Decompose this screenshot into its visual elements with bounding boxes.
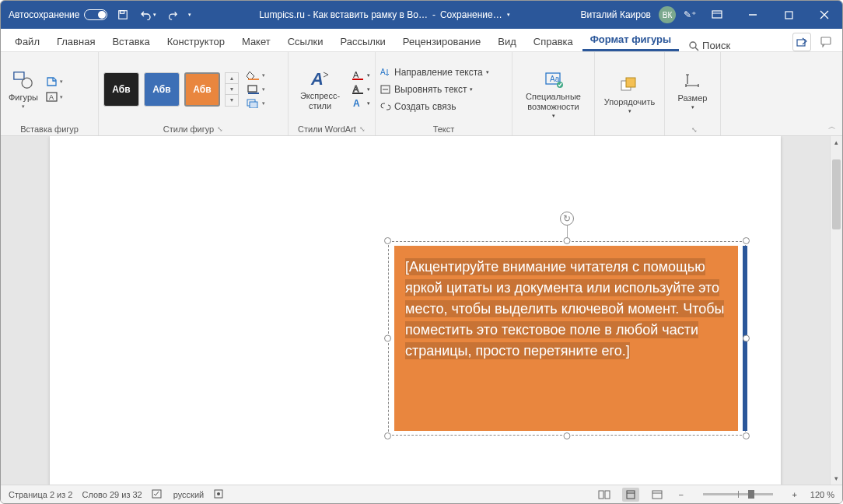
style-swatch-blue[interactable]: Абв [144, 72, 180, 107]
text-direction-button[interactable]: AНаправление текста▾ [380, 65, 489, 79]
shape-fill-button[interactable]: ▾ [247, 71, 265, 80]
page-indicator[interactable]: Страница 2 из 2 [9, 490, 72, 499]
handle-bottom[interactable] [564, 432, 571, 439]
handle-top-left[interactable] [384, 237, 391, 244]
scroll-up-icon[interactable]: ▴ [831, 136, 842, 149]
style-swatch-orange[interactable]: Абв [184, 72, 220, 107]
accessibility-button[interactable]: Aa Специальные возможности▾ [517, 68, 589, 118]
wordart-quick-styles-button[interactable]: A Экспресс-стили [293, 68, 347, 110]
comments-button[interactable] [817, 33, 836, 51]
tab-references[interactable]: Ссылки [280, 31, 331, 51]
dialog-launcher-icon[interactable]: ⤡ [359, 125, 366, 133]
zoom-thumb[interactable] [748, 490, 754, 499]
handle-bottom-left[interactable] [384, 432, 391, 439]
scrollbar-thumb[interactable] [832, 159, 841, 229]
zoom-out-button[interactable]: − [675, 490, 687, 499]
fill-icon [247, 71, 261, 80]
redo-button[interactable] [163, 5, 182, 24]
shape-text[interactable]: [Акцентируйте внимание читателя с помощь… [405, 257, 727, 362]
handle-top[interactable] [564, 237, 571, 244]
text-effects-button[interactable]: A▾ [352, 99, 370, 108]
handle-bottom-right[interactable] [743, 432, 750, 439]
scroll-down-icon[interactable]: ▾ [831, 472, 842, 485]
tab-view[interactable]: Вид [490, 31, 524, 51]
undo-button[interactable]: ▾ [138, 5, 157, 24]
tab-layout[interactable]: Макет [234, 31, 278, 51]
read-mode-button[interactable] [596, 488, 613, 502]
word-count[interactable]: Слово 29 из 32 [82, 490, 142, 499]
document-workspace: ↻ [Акцентируйте внимание читателя с помо… [1, 136, 842, 485]
document-page[interactable]: ↻ [Акцентируйте внимание читателя с помо… [50, 136, 781, 485]
user-name[interactable]: Виталий Каиров [577, 9, 654, 20]
collapse-ribbon-button[interactable]: ︿ [828, 121, 836, 132]
zoom-slider[interactable] [703, 493, 773, 495]
group-label-wordart: Стили WordArt [298, 124, 356, 134]
ribbon-display-button[interactable] [699, 1, 735, 29]
dialog-launcher-icon[interactable]: ⤡ [691, 126, 698, 134]
macro-record-icon[interactable] [213, 488, 224, 501]
maximize-button[interactable] [771, 1, 806, 29]
gallery-scroll-buttons[interactable]: ▴▾▾ [225, 72, 239, 107]
shape-outline-button[interactable]: ▾ [247, 85, 265, 94]
title-bar: Автосохранение ▾ ▾ Lumpics.ru - Как вста… [1, 1, 842, 29]
svg-rect-4 [785, 12, 792, 19]
style-swatch-dark[interactable]: Абв [103, 72, 139, 107]
svg-rect-16 [248, 86, 257, 92]
shape-body[interactable]: [Акцентируйте внимание читателя с помощь… [394, 246, 738, 431]
status-bar: Страница 2 из 2 Слово 29 из 32 русский −… [1, 485, 842, 503]
handle-right[interactable] [743, 335, 750, 342]
effects-icon [247, 99, 261, 108]
text-box-button[interactable]: A▾ [46, 92, 63, 103]
tab-file[interactable]: Файл [7, 31, 47, 51]
shapes-gallery-button[interactable]: Фигуры ▾ [5, 69, 41, 110]
link-icon [380, 102, 391, 111]
tab-shape-format[interactable]: Формат фигуры [582, 29, 679, 51]
handle-left[interactable] [384, 335, 391, 342]
selected-textbox-shape[interactable]: ↻ [Акцентируйте внимание читателя с помо… [388, 241, 746, 436]
arrange-button[interactable]: Упорядочить▾ [601, 74, 658, 114]
shape-effects-button[interactable]: ▾ [247, 99, 265, 108]
edit-shape-button[interactable]: ▾ [46, 76, 63, 87]
size-icon [682, 70, 704, 92]
svg-rect-9 [797, 40, 805, 46]
svg-rect-37 [599, 491, 603, 499]
search-icon [688, 40, 699, 51]
text-outline-button[interactable]: A▾ [352, 85, 370, 94]
toggle-switch-icon[interactable] [84, 9, 107, 20]
tab-design[interactable]: Конструктор [159, 31, 233, 51]
tell-me-search[interactable]: Поиск [688, 40, 730, 51]
group-label-styles: Стили фигур [163, 124, 214, 134]
text-fill-button[interactable]: A▾ [352, 71, 370, 80]
rotation-handle[interactable]: ↻ [560, 212, 574, 226]
quick-tools-icon[interactable]: ✎⁺ [680, 5, 699, 24]
size-button[interactable]: Размер▾ [675, 70, 711, 110]
tab-home[interactable]: Главная [49, 31, 103, 51]
zoom-level[interactable]: 120 % [810, 490, 834, 499]
tab-mailings[interactable]: Рассылки [332, 31, 393, 51]
save-icon[interactable] [114, 5, 132, 24]
dialog-launcher-icon[interactable]: ⤡ [217, 125, 223, 133]
handle-top-right[interactable] [743, 237, 750, 244]
search-label: Поиск [702, 40, 730, 51]
zoom-in-button[interactable]: + [789, 490, 801, 499]
share-button[interactable] [792, 33, 811, 51]
spellcheck-icon[interactable] [152, 488, 164, 501]
tab-review[interactable]: Рецензирование [395, 31, 488, 51]
close-button[interactable] [806, 1, 842, 29]
autosave-label: Автосохранение [9, 9, 79, 20]
web-layout-button[interactable] [649, 488, 666, 502]
group-accessibility: Aa Специальные возможности▾ [512, 52, 595, 135]
document-scroll-area[interactable]: ↻ [Акцентируйте внимание читателя с помо… [1, 136, 830, 485]
print-layout-button[interactable] [622, 488, 639, 502]
align-text-button[interactable]: Выровнять текст▾ [380, 82, 489, 96]
vertical-scrollbar[interactable]: ▴ ▾ [830, 136, 842, 485]
language-indicator[interactable]: русский [173, 490, 204, 499]
tab-help[interactable]: Справка [526, 31, 581, 51]
create-link-button[interactable]: Создать связь [380, 100, 489, 114]
tab-insert[interactable]: Вставка [104, 31, 157, 51]
minimize-button[interactable] [735, 1, 771, 29]
autosave-toggle[interactable]: Автосохранение [9, 9, 107, 20]
user-avatar[interactable]: ВК [659, 6, 676, 23]
group-shape-styles: Абв Абв Абв ▴▾▾ ▾ ▾ ▾ Стили фигур⤡ [99, 52, 289, 135]
direction-icon: A [380, 68, 391, 77]
